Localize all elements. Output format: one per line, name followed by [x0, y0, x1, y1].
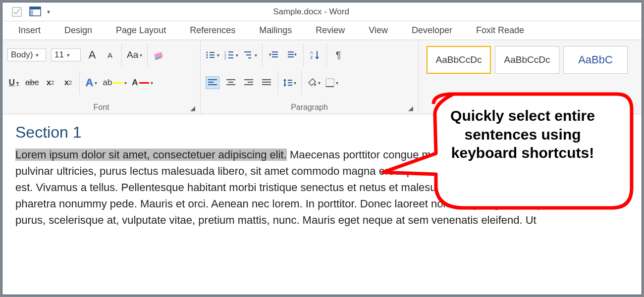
style-normal-tile[interactable]: AaBbCcDc [427, 46, 491, 74]
align-right-button[interactable] [242, 76, 255, 89]
tab-design[interactable]: Design [53, 22, 104, 39]
svg-rect-43 [262, 82, 271, 83]
clear-formatting-button[interactable] [153, 49, 165, 61]
tab-view[interactable]: View [357, 22, 400, 39]
checkbox-qat-icon[interactable] [11, 6, 22, 17]
svg-rect-53 [326, 79, 334, 87]
svg-rect-36 [226, 79, 235, 80]
tab-foxit-reader[interactable]: Foxit Reade [464, 22, 536, 39]
selected-sentence[interactable]: Lorem ipsum dolor sit amet, consectetuer… [15, 148, 287, 161]
svg-rect-41 [244, 84, 253, 85]
style-heading1-tile[interactable]: AaBbC [563, 46, 628, 74]
align-right-icon [244, 79, 253, 87]
svg-rect-7 [210, 52, 215, 53]
shading-button[interactable] [307, 76, 321, 89]
svg-rect-37 [228, 82, 233, 83]
show-hide-marks-button[interactable]: ¶ [332, 49, 345, 61]
numbering-icon: 123 [224, 50, 234, 59]
grow-font-button[interactable]: A [86, 49, 99, 61]
svg-rect-19 [246, 54, 251, 55]
svg-point-6 [206, 51, 208, 53]
underline-button[interactable]: U [7, 76, 20, 89]
separator [79, 71, 80, 95]
svg-rect-26 [288, 54, 294, 55]
callout-text: Quickly select entire sentences using ke… [433, 106, 612, 162]
svg-rect-18 [244, 51, 251, 52]
decrease-indent-button[interactable] [268, 49, 280, 61]
svg-rect-3 [30, 10, 33, 16]
svg-marker-28 [295, 53, 297, 56]
chevron-down-icon: ▾ [67, 52, 70, 58]
title-bar: ▾ Sample.docx - Word [2, 2, 642, 21]
svg-rect-23 [272, 56, 278, 57]
svg-rect-34 [208, 82, 214, 83]
svg-rect-15 [228, 54, 233, 55]
svg-point-52 [314, 84, 316, 86]
svg-rect-49 [288, 82, 292, 83]
subscript-button[interactable]: x2 [44, 76, 56, 89]
svg-marker-47 [283, 85, 286, 87]
svg-rect-35 [208, 84, 217, 85]
font-color-button[interactable]: A [132, 76, 153, 89]
svg-point-10 [206, 56, 208, 58]
svg-rect-9 [210, 54, 215, 55]
shrink-font-button[interactable]: A [104, 49, 116, 61]
tab-references[interactable]: References [178, 22, 247, 39]
separator [121, 43, 122, 67]
style-nospacing-tile[interactable]: AaBbCcDc [495, 46, 559, 74]
sort-icon: AZ [310, 50, 320, 60]
svg-point-8 [206, 54, 208, 55]
strikethrough-button[interactable]: abc [25, 76, 39, 89]
tab-insert[interactable]: Insert [6, 22, 53, 39]
justify-button[interactable] [260, 76, 273, 89]
quick-access-toolbar: ▾ [2, 6, 50, 17]
svg-rect-21 [272, 51, 278, 52]
borders-button[interactable] [325, 76, 338, 89]
sort-button[interactable]: AZ [309, 49, 322, 61]
highlight-color-button[interactable]: ab [103, 76, 127, 89]
align-left-button[interactable] [206, 76, 219, 89]
outdent-icon [269, 50, 279, 59]
highlight-swatch [113, 82, 123, 84]
svg-rect-39 [244, 79, 253, 80]
svg-text:Z: Z [310, 55, 313, 60]
svg-text:3: 3 [224, 57, 226, 59]
svg-rect-48 [288, 80, 292, 81]
font-dialog-launcher[interactable]: ◢ [190, 104, 198, 112]
font-size-value: 11 [54, 50, 64, 60]
tab-mailings[interactable]: Mailings [247, 22, 304, 39]
superscript-button[interactable]: x2 [61, 76, 74, 89]
align-center-button[interactable] [224, 76, 237, 89]
font-group-label: Font [7, 101, 195, 113]
window-title: Sample.docx - Word [50, 7, 572, 17]
svg-rect-42 [262, 79, 271, 80]
tab-page-layout[interactable]: Page Layout [104, 22, 178, 39]
ribbon-tabs: Insert Design Page Layout References Mai… [2, 21, 642, 40]
eraser-icon [153, 49, 165, 61]
font-name-dropdown[interactable]: Body)▾ [7, 49, 46, 61]
svg-rect-22 [272, 54, 278, 55]
line-spacing-button[interactable] [283, 76, 296, 89]
change-case-button[interactable]: Aa [127, 49, 142, 61]
bullets-icon [206, 50, 215, 59]
font-color-swatch [139, 82, 149, 84]
font-size-dropdown[interactable]: 11▾ [51, 49, 81, 61]
numbering-button[interactable]: 123 [224, 49, 238, 61]
bullets-button[interactable] [206, 49, 219, 61]
text-effects-button[interactable]: A [85, 76, 98, 89]
chevron-down-icon: ▾ [36, 52, 39, 58]
svg-text:A: A [310, 50, 313, 55]
line-spacing-icon [283, 78, 292, 87]
svg-rect-11 [210, 57, 215, 58]
svg-rect-20 [248, 57, 251, 58]
svg-rect-38 [226, 84, 235, 85]
separator [278, 71, 278, 95]
window-layout-icon[interactable] [29, 6, 40, 17]
tab-review[interactable]: Review [304, 22, 357, 39]
word-window: ▾ Sample.docx - Word Insert Design Page … [2, 2, 642, 295]
svg-rect-40 [248, 82, 253, 83]
tab-developer[interactable]: Developer [400, 22, 464, 39]
increase-indent-button[interactable] [285, 49, 298, 61]
font-group: Body)▾ 11▾ A A Aa U abc [2, 40, 201, 114]
multilevel-list-button[interactable] [243, 49, 257, 61]
